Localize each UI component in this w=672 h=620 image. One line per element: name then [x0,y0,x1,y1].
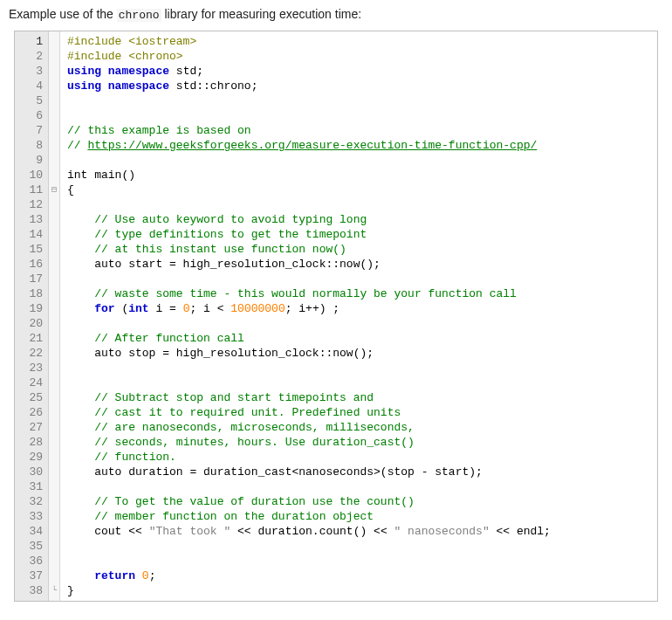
fold-spacer [49,79,59,93]
fold-spacer [49,272,59,286]
code-token: 10000000 [230,302,285,315]
code-token: } [67,584,74,597]
fold-spacer [49,316,59,331]
line-number: 16 [20,257,43,272]
code-token [67,569,94,582]
line-number: 30 [20,465,43,479]
code-block: 1234567891011121314151617181920212223242… [14,31,658,602]
code-line: using namespace std::chrono; [67,79,657,93]
code-line: cout << "That took " << duration.count()… [67,524,657,539]
code-token: << duration.count() << [230,525,394,538]
fold-column: ⊟└ [49,31,60,601]
fold-spacer [49,123,59,138]
code-token: int [128,302,148,315]
fold-spacer [49,509,59,524]
code-line [67,197,657,212]
code-line [67,316,657,331]
code-token [67,213,94,226]
code-token [67,391,94,404]
code-token: https://www.geeksforgeeks.org/measure-ex… [87,139,537,152]
code-line: // member function on the duration objec… [67,509,657,524]
code-token: return [94,569,135,582]
fold-spacer [49,49,59,64]
fold-spacer [49,301,59,316]
code-token [67,287,94,300]
line-number: 23 [20,361,43,375]
fold-toggle-icon[interactable]: ⊟ [49,183,59,197]
line-number: 26 [20,405,43,420]
code-token: std; [169,65,203,78]
fold-spacer [49,568,59,583]
code-line: // Subtract stop and start timepoints an… [67,390,657,405]
code-token [67,228,94,241]
line-number: 17 [20,272,43,286]
line-number: 10 [20,168,43,183]
line-number: 33 [20,509,43,524]
code-line: int main() [67,168,657,183]
fold-spacer [49,242,59,257]
code-line: auto duration = duration_cast<nanosecond… [67,465,657,479]
code-token: auto start = high_resolution_clock::now(… [67,258,381,271]
fold-spacer [49,227,59,242]
fold-spacer [49,212,59,227]
code-token [67,436,94,449]
line-number: 12 [20,197,43,212]
fold-spacer [49,494,59,509]
code-token: using namespace [67,79,169,93]
fold-spacer [49,346,59,361]
code-token [67,406,94,419]
code-token: // function. [94,451,176,464]
fold-spacer [49,405,59,420]
document-page: Example use of the chrono library for me… [0,0,672,614]
code-line [67,539,657,554]
code-token: ; [149,569,156,582]
code-token: for [94,302,114,315]
code-token: auto duration = duration_cast<nanosecond… [67,465,483,479]
line-number: 32 [20,494,43,509]
code-line: // seconds, minutes, hours. Use duration… [67,435,657,450]
fold-spacer [49,108,59,123]
code-token: // waste some time - this would normally… [94,287,517,300]
fold-spacer [49,375,59,390]
fold-spacer [49,390,59,405]
code-line: auto stop = high_resolution_clock::now()… [67,346,657,361]
line-number: 20 [20,316,43,331]
line-number: 18 [20,286,43,301]
code-token: // this example is based on [67,124,251,137]
code-token: // [67,139,87,152]
code-line: for (int i = 0; i < 10000000; i++) ; [67,301,657,316]
fold-spacer [49,420,59,435]
code-token: ; i++) ; [285,302,339,315]
code-line: } [67,583,657,598]
code-token: #include <iostream> [67,35,196,48]
code-line: // type definitions to get the timepoint [67,227,657,242]
line-number-gutter: 1234567891011121314151617181920212223242… [15,31,49,601]
code-token: cout << [67,525,149,538]
line-number: 38 [20,583,43,598]
line-number: 2 [20,49,43,64]
fold-spacer [49,539,59,554]
code-line: #include <chrono> [67,49,657,64]
intro-paragraph: Example use of the chrono library for me… [9,7,663,22]
line-number: 8 [20,138,43,153]
fold-spacer [49,435,59,450]
code-token [135,569,142,582]
intro-text-after: library for measuring execution time: [161,7,362,21]
line-number: 21 [20,331,43,346]
line-number: 19 [20,301,43,316]
code-line: return 0; [67,568,657,583]
line-number: 35 [20,539,43,554]
code-token: auto stop = high_resolution_clock::now()… [67,347,374,360]
line-number: 11 [20,183,43,197]
intro-text-before: Example use of the [9,7,117,21]
code-token: ; i < [189,302,230,315]
fold-spacer [49,93,59,108]
code-token [67,421,94,434]
fold-spacer [49,153,59,168]
code-line: // https://www.geeksforgeeks.org/measure… [67,138,657,153]
line-number: 29 [20,450,43,465]
fold-toggle-icon[interactable]: └ [49,583,59,598]
code-line [67,554,657,568]
fold-spacer [49,197,59,212]
code-token: 0 [142,569,149,582]
